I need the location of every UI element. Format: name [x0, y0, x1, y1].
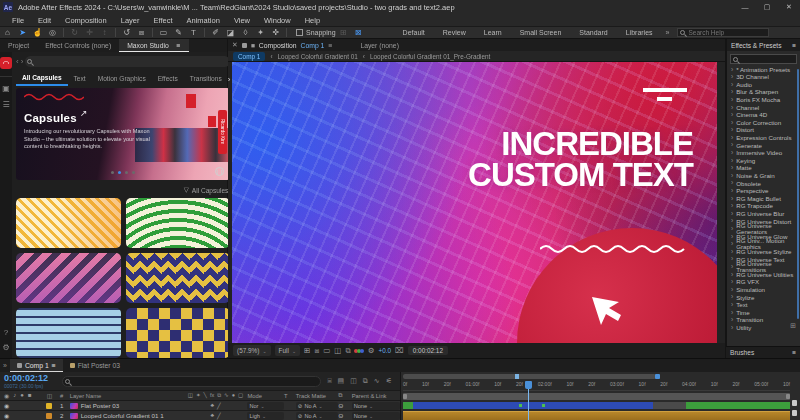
puppet-pin-tool-icon[interactable]: ✜ [268, 28, 283, 37]
layer-name[interactable]: Flat Poster 03 [81, 402, 120, 409]
graph-editor-icon[interactable]: ⚟ [386, 377, 392, 385]
magnification-dropdown[interactable]: (57.9%)⌄ [233, 345, 271, 356]
effects-category-row[interactable]: RG Universe Transitions [727, 263, 800, 271]
disclosure-icon[interactable] [731, 135, 733, 142]
shy-toggle-icon[interactable]: ♣ [210, 402, 214, 409]
composition-viewport[interactable]: INCREDIBLE CUSTOM TEXT [232, 62, 717, 343]
timeline-tab-comp1[interactable]: Comp 1 ≡ [10, 359, 63, 372]
preview-timecode[interactable]: 0:00:02:12 [408, 346, 448, 355]
menu-item[interactable]: Window [257, 16, 298, 25]
minimize-button[interactable]: — [734, 0, 756, 14]
gear-icon[interactable]: ⚙ [2, 343, 9, 352]
guides-icon[interactable]: ◫ [334, 346, 341, 355]
maximize-button[interactable]: ▢ [756, 0, 778, 14]
panel-menu-icon[interactable]: ≡ [792, 42, 796, 49]
menu-item[interactable]: Composition [58, 16, 114, 25]
menu-item[interactable]: Edit [31, 16, 58, 25]
effects-category-row[interactable]: Text [727, 301, 800, 309]
tab-effect-controls[interactable]: Effect Controls (none) [37, 39, 119, 52]
rotate-tool-icon[interactable]: ↺ [119, 28, 134, 37]
hand-tool-icon[interactable]: ☝ [30, 28, 45, 37]
camera-wireframe-icon[interactable]: ⧉ [345, 346, 350, 356]
panel-menu-icon[interactable]: ≡ [792, 349, 796, 356]
t-column[interactable]: T [284, 393, 296, 399]
parent-pickwhip-icon[interactable]: ⊙ [338, 412, 352, 419]
snapshot-camera-icon[interactable]: ⌧ [395, 346, 404, 355]
draft-3d-icon[interactable]: ▤ [338, 377, 345, 385]
breadcrumb-gradient01[interactable]: Looped Colorful Gradient 01 [278, 53, 358, 60]
disclosure-icon[interactable] [731, 180, 733, 187]
track-matte-column[interactable]: Track Matte [296, 393, 339, 399]
workspace-tab[interactable]: Review [434, 29, 475, 36]
close-button[interactable]: ✕ [778, 0, 800, 14]
carousel-dot[interactable] [125, 171, 128, 174]
layer-row[interactable]: ◉ 2 Looped Colorful Gradient 01 1 ♣╱ Lig… [0, 411, 400, 420]
category-transitions[interactable]: Transitions [184, 73, 228, 85]
parent-dropdown[interactable]: None⌄ [352, 402, 400, 410]
disclosure-icon[interactable] [731, 105, 733, 112]
category-motion-graphics[interactable]: Motion Graphics [92, 73, 152, 85]
capsules-hero-banner[interactable]: Capsules ↗ Introducing our revolutionary… [16, 88, 230, 180]
disclosure-icon[interactable] [731, 150, 733, 157]
capsule-thumbnail-diagonal-stripes[interactable] [16, 198, 121, 248]
zoom-tool-icon[interactable]: ◎ [45, 28, 60, 37]
workspace-tab[interactable]: Small Screen [511, 29, 571, 36]
disclosure-icon[interactable] [731, 310, 733, 317]
menu-item[interactable]: Animation [180, 16, 227, 25]
brushes-panel-header[interactable]: Brushes ≡ [726, 346, 800, 358]
filter-label[interactable]: All Capsules [192, 187, 229, 194]
quality-toggle-icon[interactable]: ╱ [217, 412, 221, 419]
disclosure-icon[interactable] [731, 196, 733, 203]
disclosure-icon[interactable] [731, 112, 733, 119]
blend-mode-dropdown[interactable]: Ligh⌄ [247, 412, 284, 420]
disclosure-icon[interactable] [731, 272, 733, 279]
snapping-checkbox[interactable] [296, 29, 303, 36]
maxon-logo-icon[interactable]: ◠ [0, 57, 12, 69]
timeline-tab-flat-poster[interactable]: Flat Poster 03 [63, 359, 127, 372]
disclosure-icon[interactable] [731, 188, 733, 195]
disclosure-icon[interactable] [731, 142, 733, 149]
menu-item[interactable]: Effect [146, 16, 179, 25]
menu-item[interactable]: File [5, 16, 31, 25]
hide-shy-layers-icon[interactable]: ◫ [350, 377, 357, 385]
selection-tool-icon[interactable]: ➤ [15, 28, 30, 37]
parent-dropdown[interactable]: None⌄ [352, 412, 400, 420]
composition-mini-flowchart-icon[interactable]: ⌸ [327, 377, 331, 385]
layer-color-swatch[interactable] [46, 413, 52, 419]
disclosure-icon[interactable] [731, 165, 733, 172]
workspace-tab[interactable]: Libraries [617, 29, 662, 36]
capsule-thumbnail-blue-waves[interactable] [16, 308, 121, 358]
layer-name[interactable]: Looped Colorful Gradient 01 1 [81, 412, 164, 419]
work-area-bar[interactable] [403, 393, 790, 400]
orbit-camera-tool-icon[interactable]: ↻ [67, 28, 82, 37]
pan-camera-tool-icon[interactable]: ✛ [82, 28, 97, 37]
roto-brush-tool-icon[interactable]: ✦ [253, 28, 268, 37]
shape-tool-icon[interactable]: ▭ [156, 28, 171, 37]
tab-maxon-studio[interactable]: Maxon Studio ≡ [119, 39, 188, 52]
breadcrumb-comp1[interactable]: Comp 1 [233, 52, 265, 61]
tab-composition-label[interactable]: Composition [259, 42, 297, 49]
disclosure-icon[interactable] [731, 158, 733, 165]
disclosure-icon[interactable] [731, 120, 733, 127]
dolly-camera-tool-icon[interactable]: ↕ [97, 28, 112, 37]
parent-pickwhip-icon[interactable]: ⊙ [338, 402, 352, 409]
panel-menu-icon[interactable]: ≡ [52, 362, 56, 369]
brush-tool-icon[interactable]: ✐ [208, 28, 223, 37]
workspace-overflow-icon[interactable]: » [662, 29, 674, 36]
disclosure-icon[interactable] [731, 97, 733, 104]
snap-options-icon[interactable]: ⊞ [336, 28, 351, 37]
keyframe-marker[interactable] [519, 404, 522, 407]
disclosure-icon[interactable] [731, 127, 733, 134]
panel-collapse-icon[interactable]: » [0, 362, 10, 369]
carousel-dot[interactable] [132, 171, 135, 174]
breadcrumb-pre-gradient[interactable]: Looped Colorful Gradient 01_Pre-Gradient [370, 53, 490, 60]
carousel-dot[interactable] [111, 171, 114, 174]
playhead[interactable] [528, 381, 529, 420]
timeline-navigator-bar[interactable] [403, 374, 656, 379]
disclosure-icon[interactable] [731, 203, 733, 210]
nav-forward-icon[interactable]: › [21, 57, 24, 66]
effects-category-row[interactable]: Noise & Grain [727, 172, 800, 180]
carousel-pause-button[interactable]: ❙❙ [215, 167, 224, 176]
capsules-rail-icon[interactable]: ▣ [2, 84, 10, 93]
effects-scrollbar[interactable] [797, 69, 799, 319]
